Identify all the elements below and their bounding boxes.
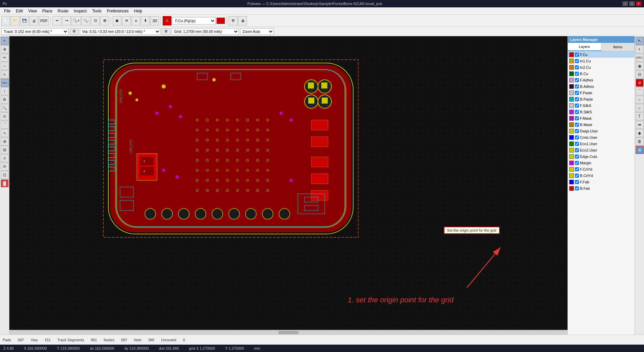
grid-tool-button[interactable]: ⊞ (1, 146, 9, 154)
layer-visibility-checkbox[interactable] (575, 91, 579, 95)
menu-help[interactable]: Help (131, 9, 145, 13)
zoom-tool-button[interactable]: 🔍 (1, 104, 9, 112)
select-tool-button[interactable]: ↖ (1, 37, 9, 45)
minimize-button[interactable]: – (623, 1, 628, 6)
layer-select[interactable]: F.Cu (PgUp) (172, 17, 216, 24)
maximize-button[interactable]: □ (629, 1, 635, 6)
layer-item[interactable]: In1.Cu (568, 58, 635, 64)
close-button[interactable]: ✕ (636, 1, 641, 6)
layer-visibility-checkbox[interactable] (575, 84, 579, 89)
zoom-fit-button[interactable]: ⊡ (91, 16, 100, 25)
menu-place[interactable]: Place (40, 9, 55, 13)
layer-visibility-checkbox[interactable] (575, 53, 579, 57)
layer-visibility-checkbox[interactable] (575, 123, 579, 127)
text-icon-button[interactable]: T (636, 112, 644, 120)
align-icon-button[interactable]: ⬌ (636, 121, 644, 129)
layer-visibility-checkbox[interactable] (575, 65, 579, 69)
zoom-select[interactable]: Zoom Auto (240, 28, 274, 35)
zoom-out-button[interactable]: 🔍- (82, 16, 90, 25)
menu-route[interactable]: Route (55, 9, 71, 13)
layer-item[interactable]: Dwgs.User (568, 128, 635, 134)
menu-preferences[interactable]: Preferences (104, 9, 131, 13)
draw-tool-button[interactable]: ✏ (1, 54, 9, 62)
circle-tool-button[interactable]: ⊙ (1, 112, 9, 120)
zoom-in-button[interactable]: 🔍+ (71, 16, 81, 25)
redo-button[interactable]: ↪ (62, 16, 71, 25)
menu-edit[interactable]: Edit (13, 9, 25, 13)
copper-tool-button[interactable]: ▓ (1, 179, 9, 187)
layer-visibility-checkbox[interactable] (575, 135, 579, 139)
open-button[interactable]: 📁 (11, 16, 19, 25)
layer-visibility-checkbox[interactable] (575, 78, 579, 82)
layer-visibility-checkbox[interactable] (575, 110, 579, 114)
layer-item[interactable]: Cmts.User (568, 134, 635, 140)
netlist-button[interactable]: ≡ (131, 16, 140, 25)
layer-item[interactable]: B.Mask (568, 121, 635, 128)
via-settings-button[interactable]: ⚙ (162, 28, 170, 35)
menu-tools[interactable]: Tools (90, 9, 104, 13)
layer-item[interactable]: F.Adhes (568, 77, 635, 83)
arc2-icon-button[interactable]: ⌒ (636, 87, 644, 95)
circle2-icon-button[interactable]: ○ (636, 96, 644, 104)
layer-visibility-checkbox[interactable] (575, 129, 579, 133)
layer-visibility-checkbox[interactable] (575, 148, 579, 152)
layer-visibility-checkbox[interactable] (575, 155, 579, 159)
layer-visibility-checkbox[interactable] (575, 167, 579, 171)
layer-item[interactable]: F.Paste (568, 90, 635, 96)
layer-visibility-checkbox[interactable] (575, 116, 579, 120)
menu-file[interactable]: File (1, 9, 13, 13)
layer-item[interactable]: B.SilkS (568, 109, 635, 115)
flip-button[interactable]: ↕ (1, 87, 9, 95)
track-settings-button[interactable]: ⚙ (70, 28, 78, 35)
save-button[interactable]: 💾 (20, 16, 29, 25)
menu-view[interactable]: View (25, 9, 40, 13)
canvas-area[interactable]: /* dots generated in JS below */ (9, 36, 568, 335)
layer-color-button[interactable] (216, 17, 225, 24)
ratsnest-button[interactable]: ≋ (122, 16, 131, 25)
add-icon-button[interactable]: + (636, 45, 644, 53)
list-tool-button[interactable]: ≡ (1, 154, 9, 162)
layer-visibility-checkbox[interactable] (575, 142, 579, 146)
inch-unit-button[interactable]: in (1, 70, 9, 78)
add-tool-button[interactable]: ⊕ (1, 45, 9, 53)
mm-unit-button[interactable]: mm (1, 79, 9, 87)
layer-item[interactable]: F.CrtYd (568, 166, 635, 172)
layer-item[interactable]: Eco1.User (568, 140, 635, 147)
layer-item[interactable]: B.Cu (568, 70, 635, 77)
layer-visibility-checkbox[interactable] (575, 72, 579, 76)
track-select[interactable]: Track: 0.152 mm (6.00 mils) * (1, 28, 68, 35)
settings2-button[interactable]: ⚙ (229, 16, 237, 25)
pdf-button[interactable]: PDF (39, 16, 49, 25)
layer-visibility-checkbox[interactable] (575, 59, 579, 63)
layer-visibility-checkbox[interactable] (575, 104, 579, 108)
tab-layers[interactable]: Layers (568, 43, 601, 51)
layer-visibility-checkbox[interactable] (575, 180, 579, 184)
highlight-icon-button[interactable]: ◉ (636, 62, 644, 70)
pad-tool-button[interactable]: ⊡ (1, 171, 9, 179)
layer-visibility-checkbox[interactable] (575, 161, 579, 165)
layer-item[interactable]: B.CrtYd (568, 172, 635, 179)
layer-visibility-checkbox[interactable] (575, 174, 579, 178)
cross-tool-button[interactable]: ⊗ (1, 137, 9, 145)
drc-button[interactable]: ⚠ (163, 16, 171, 25)
menu-inspect[interactable]: Inspect (71, 9, 90, 13)
clearance-icon-button[interactable]: ⊟ (636, 70, 644, 78)
layer-item[interactable]: B.Paste (568, 96, 635, 102)
layer-visibility-checkbox[interactable] (575, 186, 579, 190)
layer-item[interactable]: In2.Cu (568, 64, 635, 70)
diamond-icon-button[interactable]: ◆ (636, 129, 644, 137)
layer-item[interactable]: F.Fab (568, 179, 635, 185)
measure2-icon-button[interactable]: ⌕ (636, 104, 644, 112)
layer-item[interactable]: Eco2.User (568, 147, 635, 153)
grid-select[interactable]: Grid: 1.2700 mm (50.00 mils) (172, 28, 239, 35)
highlight-button[interactable]: ◉ (113, 16, 121, 25)
zoom-exact-button[interactable]: ⊞ (100, 16, 109, 25)
settings-tool-button[interactable]: ⚙ (1, 96, 9, 104)
layer-item[interactable]: F.Mask (568, 115, 635, 121)
grid-origin-button[interactable]: ⊞ (636, 146, 644, 154)
layer-item[interactable]: F.SilkS (568, 102, 635, 109)
layer-item[interactable]: F.Cu (568, 51, 635, 58)
arc-tool-button[interactable]: ⌒ (1, 121, 9, 129)
tab-items[interactable]: Items (601, 43, 635, 51)
refresh-tool-button[interactable]: ⟳ (1, 163, 9, 171)
